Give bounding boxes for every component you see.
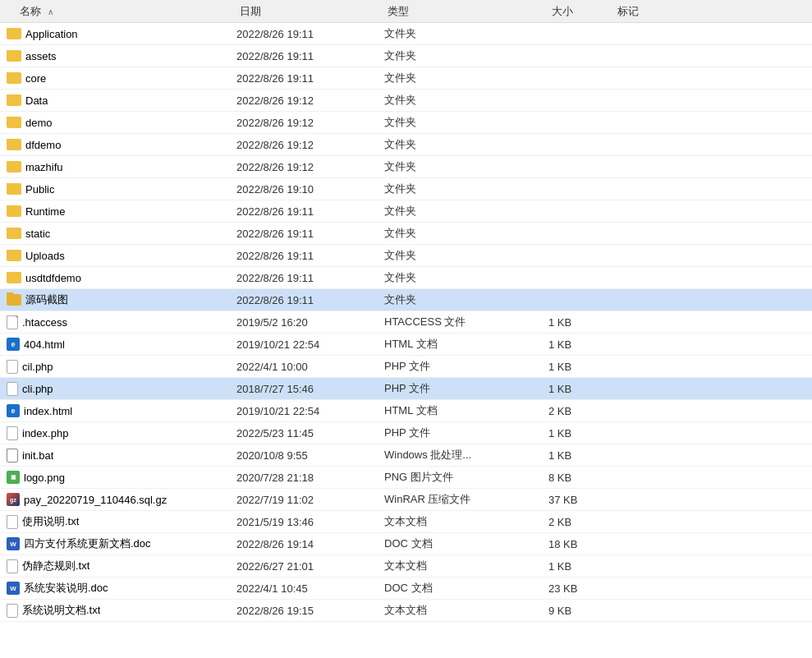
file-date: 2021/5/19 13:46 (236, 516, 384, 528)
col-header-tag[interactable]: 标记 (617, 4, 809, 19)
table-row[interactable]: W 四方支付系统更新文档.doc 2022/8/26 19:14 DOC 文档 … (0, 533, 812, 555)
table-row[interactable]: Uploads 2022/8/26 19:11 文件夹 (0, 245, 812, 267)
gz-icon: gz (7, 493, 20, 506)
file-size: 1 KB (548, 361, 614, 373)
file-date: 2022/8/26 19:14 (236, 538, 384, 550)
folder-icon (7, 183, 21, 195)
file-name: init.bat (22, 449, 53, 462)
table-row[interactable]: init.bat 2020/10/8 9:55 Windows 批处理... 1… (0, 444, 812, 467)
file-type: 文件夹 (384, 248, 548, 263)
file-type: 文件夹 (384, 159, 548, 174)
col-header-size[interactable]: 大小 (552, 4, 617, 19)
table-row[interactable]: index.php 2022/5/23 11:45 PHP 文件 1 KB (0, 422, 812, 444)
folder-icon (7, 72, 21, 84)
file-name: index.php (22, 427, 68, 439)
file-type: 文本文档 (384, 514, 548, 529)
table-row[interactable]: assets 2022/8/26 19:11 文件夹 (0, 45, 812, 67)
table-row[interactable]: cil.php 2022/4/1 10:00 PHP 文件 1 KB (0, 356, 812, 378)
file-date: 2022/8/26 19:11 (236, 205, 384, 218)
file-name: index.html (24, 405, 72, 417)
file-name-cell: 使用说明.txt (0, 514, 236, 529)
file-name: Uploads (25, 250, 65, 262)
col-header-name[interactable]: 名称 ∧ (3, 4, 240, 19)
table-row[interactable]: static 2022/8/26 19:11 文件夹 (0, 223, 812, 245)
file-size: 1 KB (548, 316, 614, 329)
file-name: assets (25, 50, 57, 62)
file-name-cell: ▣ logo.png (0, 471, 236, 484)
file-size: 1 KB (548, 338, 614, 351)
table-row[interactable]: W 系统安装说明.doc 2022/4/1 10:45 DOC 文档 23 KB (0, 577, 812, 600)
file-name: Public (25, 183, 54, 196)
table-row[interactable]: Data 2022/8/26 19:12 文件夹 (0, 90, 812, 112)
file-date: 2022/6/27 21:01 (236, 560, 384, 573)
table-row[interactable]: Runtime 2022/8/26 19:11 文件夹 (0, 200, 812, 223)
file-name: usdtdfdemo (25, 272, 81, 284)
file-date: 2022/8/26 19:15 (236, 605, 384, 617)
file-type: 文件夹 (384, 48, 548, 63)
file-date: 2022/8/26 19:12 (236, 94, 384, 107)
table-row[interactable]: mazhifu 2022/8/26 19:12 文件夹 (0, 156, 812, 178)
table-row[interactable]: cli.php 2018/7/27 15:46 PHP 文件 1 KB (0, 378, 812, 400)
txt-icon (7, 559, 18, 573)
table-row[interactable]: 源码截图 2022/8/26 19:11 文件夹 (0, 289, 812, 311)
col-header-type[interactable]: 类型 (388, 4, 552, 19)
table-row[interactable]: Application 2022/8/26 19:11 文件夹 (0, 23, 812, 45)
file-name: 源码截图 (25, 292, 68, 307)
file-type: 文件夹 (384, 204, 548, 219)
table-row[interactable]: usdtdfdemo 2022/8/26 19:11 文件夹 (0, 267, 812, 289)
file-date: 2022/8/26 19:11 (236, 28, 384, 40)
col-header-date[interactable]: 日期 (240, 4, 388, 19)
file-name: 使用说明.txt (22, 514, 79, 529)
file-name: 四方支付系统更新文档.doc (24, 536, 151, 551)
table-row[interactable]: 系统说明文档.txt 2022/8/26 19:15 文本文档 9 KB (0, 600, 812, 622)
file-type: Windows 批处理... (384, 448, 548, 462)
table-row[interactable]: ▣ logo.png 2020/7/28 21:18 PNG 图片文件 8 KB (0, 467, 812, 489)
table-row[interactable]: 使用说明.txt 2021/5/19 13:46 文本文档 2 KB (0, 511, 812, 533)
table-row[interactable]: dfdemo 2022/8/26 19:12 文件夹 (0, 134, 812, 156)
file-name-cell: core (0, 72, 236, 85)
table-row[interactable]: gz pay_20220719_110446.sql.gz 2022/7/19 … (0, 489, 812, 511)
file-name: demo (25, 117, 53, 129)
php-icon (7, 360, 18, 374)
file-size: 2 KB (548, 516, 614, 528)
file-size: 2 KB (548, 405, 614, 417)
file-type: 文件夹 (384, 137, 548, 152)
file-name: Data (25, 94, 48, 107)
file-name: 伪静态规则.txt (22, 559, 89, 573)
file-name: static (25, 228, 50, 240)
file-type: 文件夹 (384, 26, 548, 41)
file-name: core (25, 72, 46, 85)
file-type: 文件夹 (384, 226, 548, 241)
file-name: 系统说明文档.txt (22, 603, 100, 618)
file-date: 2022/8/26 19:11 (236, 72, 384, 85)
file-icon (7, 315, 18, 329)
table-row[interactable]: 伪静态规则.txt 2022/6/27 21:01 文本文档 1 KB (0, 555, 812, 577)
png-icon: ▣ (7, 471, 20, 484)
file-date: 2022/8/26 19:12 (236, 139, 384, 151)
file-name-cell: demo (0, 117, 236, 129)
file-list: Application 2022/8/26 19:11 文件夹 assets 2… (0, 23, 812, 622)
file-name-cell: Uploads (0, 250, 236, 262)
table-row[interactable]: .htaccess 2019/5/2 16:20 HTACCESS 文件 1 K… (0, 311, 812, 334)
file-date: 2022/8/26 19:11 (236, 294, 384, 306)
file-date: 2022/7/19 11:02 (236, 494, 384, 506)
file-date: 2022/4/1 10:00 (236, 361, 384, 373)
file-name: cli.php (22, 383, 53, 395)
table-row[interactable]: e 404.html 2019/10/21 22:54 HTML 文档 1 KB (0, 334, 812, 356)
file-date: 2022/5/23 11:45 (236, 427, 384, 439)
table-row[interactable]: Public 2022/8/26 19:10 文件夹 (0, 178, 812, 200)
file-explorer: 名称 ∧ 日期 类型 大小 标记 Application 2022/8/26 1… (0, 0, 812, 658)
file-name-cell: assets (0, 50, 236, 62)
file-name-cell: Application (0, 28, 236, 40)
table-row[interactable]: e index.html 2019/10/21 22:54 HTML 文档 2 … (0, 400, 812, 422)
file-name-cell: static (0, 228, 236, 240)
file-name: pay_20220719_110446.sql.gz (24, 494, 167, 506)
table-row[interactable]: demo 2022/8/26 19:12 文件夹 (0, 112, 812, 134)
folder-icon (7, 250, 21, 261)
file-date: 2022/8/26 19:11 (236, 250, 384, 262)
php-icon (7, 382, 18, 396)
file-size: 18 KB (548, 538, 614, 550)
file-name-cell: Data (0, 94, 236, 107)
file-date: 2022/4/1 10:45 (236, 582, 384, 595)
table-row[interactable]: core 2022/8/26 19:11 文件夹 (0, 67, 812, 90)
